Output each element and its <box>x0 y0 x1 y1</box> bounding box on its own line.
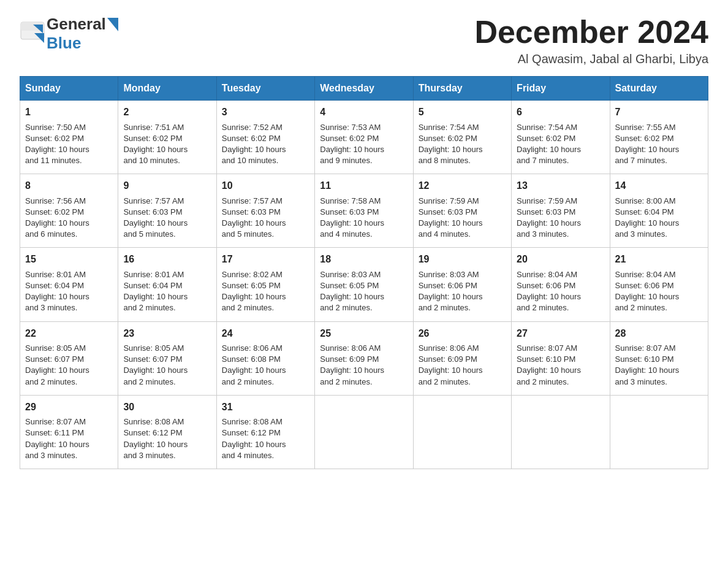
calendar-cell: 6 Sunrise: 7:54 AM Sunset: 6:02 PM Dayli… <box>512 101 610 174</box>
daylight-label: Daylight: 10 hours <box>320 145 384 154</box>
day-number: 27 <box>517 327 604 340</box>
sunrise-label: Sunrise: 7:56 AM <box>25 196 86 205</box>
logo-general-text: General <box>47 15 106 34</box>
calendar-cell: 21 Sunrise: 8:04 AM Sunset: 6:06 PM Dayl… <box>610 248 708 321</box>
calendar-week-row: 15 Sunrise: 8:01 AM Sunset: 6:04 PM Dayl… <box>20 248 708 321</box>
sunset-label: Sunset: 6:11 PM <box>25 428 84 437</box>
daylight-minutes: and 7 minutes. <box>517 156 569 165</box>
sunrise-label: Sunrise: 7:57 AM <box>123 196 184 205</box>
sunrise-label: Sunrise: 8:05 AM <box>25 343 86 353</box>
calendar-week-row: 22 Sunrise: 8:05 AM Sunset: 6:07 PM Dayl… <box>20 321 708 395</box>
daylight-label: Daylight: 10 hours <box>615 218 680 228</box>
sunset-label: Sunset: 6:02 PM <box>419 134 477 143</box>
daylight-label: Daylight: 10 hours <box>615 366 680 375</box>
day-number: 28 <box>615 327 703 340</box>
sunset-label: Sunset: 6:02 PM <box>615 134 674 143</box>
day-number: 17 <box>222 253 309 266</box>
sunset-label: Sunset: 6:12 PM <box>222 428 281 437</box>
daylight-minutes: and 9 minutes. <box>320 156 372 165</box>
sunset-label: Sunset: 6:03 PM <box>222 207 281 216</box>
calendar-cell: 3 Sunrise: 7:52 AM Sunset: 6:02 PM Dayli… <box>216 101 314 174</box>
daylight-label: Daylight: 10 hours <box>320 292 384 301</box>
daylight-minutes: and 5 minutes. <box>222 229 274 239</box>
day-number: 9 <box>123 179 211 193</box>
sunset-label: Sunset: 6:10 PM <box>517 354 575 364</box>
calendar-cell: 24 Sunrise: 8:06 AM Sunset: 6:08 PM Dayl… <box>216 321 314 395</box>
calendar-header-row: SundayMondayTuesdayWednesdayThursdayFrid… <box>20 77 708 101</box>
sunrise-label: Sunrise: 8:07 AM <box>615 343 676 353</box>
day-number: 15 <box>25 253 113 266</box>
sunrise-label: Sunrise: 7:54 AM <box>517 123 577 132</box>
month-year-title: December 2024 <box>474 15 708 50</box>
sunset-label: Sunset: 6:02 PM <box>222 134 281 143</box>
daylight-minutes: and 5 minutes. <box>123 229 175 239</box>
daylight-label: Daylight: 10 hours <box>222 218 286 228</box>
sunset-label: Sunset: 6:09 PM <box>419 354 477 364</box>
daylight-label: Daylight: 10 hours <box>222 292 286 301</box>
sunset-label: Sunset: 6:05 PM <box>222 281 281 290</box>
sunrise-label: Sunrise: 8:00 AM <box>615 196 676 205</box>
calendar-week-row: 8 Sunrise: 7:56 AM Sunset: 6:02 PM Dayli… <box>20 174 708 248</box>
sunset-label: Sunset: 6:10 PM <box>615 354 674 364</box>
day-of-week-header: Thursday <box>413 77 511 101</box>
sunrise-label: Sunrise: 7:53 AM <box>320 123 381 132</box>
calendar-cell: 25 Sunrise: 8:06 AM Sunset: 6:09 PM Dayl… <box>315 321 413 395</box>
sunrise-label: Sunrise: 7:59 AM <box>419 196 479 205</box>
sunset-label: Sunset: 6:09 PM <box>320 354 379 364</box>
location-subtitle: Al Qawasim, Jabal al Gharbi, Libya <box>474 52 708 66</box>
day-number: 30 <box>123 400 211 414</box>
calendar-table: SundayMondayTuesdayWednesdayThursdayFrid… <box>20 76 708 469</box>
daylight-label: Daylight: 10 hours <box>123 145 188 154</box>
sunrise-label: Sunrise: 7:57 AM <box>222 196 282 205</box>
sunset-label: Sunset: 6:05 PM <box>320 281 379 290</box>
daylight-minutes: and 10 minutes. <box>123 156 180 165</box>
calendar-cell: 29 Sunrise: 8:07 AM Sunset: 6:11 PM Dayl… <box>20 395 118 469</box>
sunset-label: Sunset: 6:04 PM <box>615 207 674 216</box>
calendar-cell: 23 Sunrise: 8:05 AM Sunset: 6:07 PM Dayl… <box>118 321 216 395</box>
daylight-minutes: and 4 minutes. <box>222 451 274 460</box>
daylight-label: Daylight: 10 hours <box>419 292 483 301</box>
day-of-week-header: Tuesday <box>216 77 314 101</box>
day-number: 31 <box>222 400 309 414</box>
logo-icon <box>20 21 45 47</box>
daylight-minutes: and 3 minutes. <box>123 451 175 460</box>
day-number: 23 <box>123 327 211 340</box>
day-number: 18 <box>320 253 408 266</box>
daylight-minutes: and 2 minutes. <box>517 303 569 312</box>
day-number: 19 <box>419 253 506 266</box>
sunset-label: Sunset: 6:07 PM <box>123 354 182 364</box>
daylight-minutes: and 2 minutes. <box>320 377 372 386</box>
day-of-week-header: Monday <box>118 77 216 101</box>
calendar-cell: 1 Sunrise: 7:50 AM Sunset: 6:02 PM Dayli… <box>20 101 118 174</box>
sunrise-label: Sunrise: 8:05 AM <box>123 343 184 353</box>
daylight-label: Daylight: 10 hours <box>123 440 188 449</box>
day-number: 29 <box>25 400 113 414</box>
sunrise-label: Sunrise: 8:04 AM <box>517 270 577 279</box>
day-number: 14 <box>615 179 703 193</box>
sunset-label: Sunset: 6:04 PM <box>25 281 84 290</box>
sunset-label: Sunset: 6:02 PM <box>517 134 575 143</box>
daylight-minutes: and 3 minutes. <box>25 451 77 460</box>
day-number: 3 <box>222 105 309 119</box>
calendar-cell: 19 Sunrise: 8:03 AM Sunset: 6:06 PM Dayl… <box>413 248 511 321</box>
sunset-label: Sunset: 6:03 PM <box>320 207 379 216</box>
calendar-cell: 9 Sunrise: 7:57 AM Sunset: 6:03 PM Dayli… <box>118 174 216 248</box>
calendar-week-row: 1 Sunrise: 7:50 AM Sunset: 6:02 PM Dayli… <box>20 101 708 174</box>
calendar-cell: 20 Sunrise: 8:04 AM Sunset: 6:06 PM Dayl… <box>512 248 610 321</box>
daylight-minutes: and 4 minutes. <box>320 229 372 239</box>
daylight-label: Daylight: 10 hours <box>123 218 188 228</box>
sunrise-label: Sunrise: 8:07 AM <box>517 343 577 353</box>
day-number: 7 <box>615 105 703 119</box>
logo: General Blue <box>20 15 119 53</box>
calendar-cell: 17 Sunrise: 8:02 AM Sunset: 6:05 PM Dayl… <box>216 248 314 321</box>
daylight-label: Daylight: 10 hours <box>25 145 89 154</box>
calendar-cell: 22 Sunrise: 8:05 AM Sunset: 6:07 PM Dayl… <box>20 321 118 395</box>
page-header: General Blue December 2024 Al Qawasim, J… <box>20 15 708 66</box>
sunset-label: Sunset: 6:04 PM <box>123 281 182 290</box>
day-of-week-header: Sunday <box>20 77 118 101</box>
sunrise-label: Sunrise: 8:01 AM <box>25 270 86 279</box>
calendar-cell <box>610 395 708 469</box>
daylight-minutes: and 2 minutes. <box>615 303 667 312</box>
day-number: 13 <box>517 179 604 193</box>
calendar-cell: 11 Sunrise: 7:58 AM Sunset: 6:03 PM Dayl… <box>315 174 413 248</box>
